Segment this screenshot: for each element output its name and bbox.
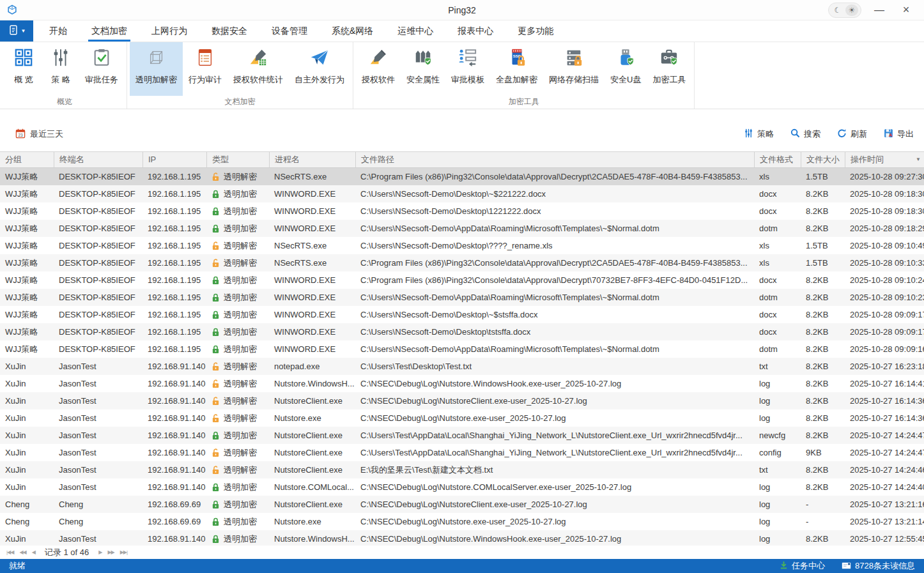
- export-button[interactable]: A导出: [884, 128, 914, 140]
- column-header-terminal[interactable]: 终端名: [54, 152, 142, 167]
- page-first-button[interactable]: |◀◀: [6, 549, 13, 555]
- menu-tab-doc-encryption[interactable]: 文档加密: [79, 20, 139, 42]
- lock-closed-icon: [212, 293, 220, 302]
- table-row[interactable]: WJJ策略DESKTOP-K85IEOF192.168.1.195透明加密WIN…: [0, 289, 924, 306]
- light-mode-icon[interactable]: ☀: [845, 4, 858, 16]
- table-row[interactable]: XuJinJasonTest192.168.91.140透明加密Nutstore…: [0, 478, 924, 496]
- table-row[interactable]: XuJinJasonTest192.168.91.140透明加密Nutstore…: [0, 427, 924, 444]
- column-header-type[interactable]: 类型: [206, 152, 269, 167]
- cell-process: Nutstore.WindowsH...: [269, 375, 355, 392]
- sort-desc-icon[interactable]: ▼: [916, 152, 921, 167]
- table-row[interactable]: WJJ策略DESKTOP-K85IEOF192.168.1.195透明解密NSe…: [0, 168, 924, 185]
- cell-size: 8.2KB: [801, 530, 845, 546]
- cell-time: 2025-10-28 09:09:17: [845, 323, 924, 340]
- ribbon-group-label: 文档加密: [127, 96, 353, 109]
- ribbon-button-label: 透明加解密: [135, 74, 177, 86]
- table-row[interactable]: ChengCheng192.168.69.69透明加密NutstoreClien…: [0, 496, 924, 513]
- table-row[interactable]: WJJ策略DESKTOP-K85IEOF192.168.1.195透明加密WIN…: [0, 340, 924, 358]
- menu-tab-device-management[interactable]: 设备管理: [259, 20, 320, 42]
- unread-messages-button[interactable]: 8728条未读信息: [842, 560, 915, 572]
- page-last-button[interactable]: ▶▶|: [120, 549, 127, 555]
- ribbon-button-authorized-software-stats[interactable]: 授权软件统计: [227, 42, 289, 96]
- ribbon-button-approval-template[interactable]: 审批模板: [445, 42, 490, 96]
- ribbon-button-security-attributes[interactable]: 安全属性: [401, 42, 445, 96]
- page-fast-prev-button[interactable]: ◀◀: [19, 549, 26, 555]
- table-row[interactable]: WJJ策略DESKTOP-K85IEOF192.168.1.195透明加密WIN…: [0, 323, 924, 340]
- table-row[interactable]: WJJ策略DESKTOP-K85IEOF192.168.1.195透明解密NSe…: [0, 237, 924, 254]
- table-row[interactable]: WJJ策略DESKTOP-K85IEOF192.168.1.195透明加密WIN…: [0, 271, 924, 289]
- column-header-ip[interactable]: IP: [142, 152, 206, 167]
- cell-time: 2025-10-28 09:27:30: [845, 168, 924, 185]
- cell-group: XuJin: [0, 427, 54, 444]
- table-row[interactable]: WJJ策略DESKTOP-K85IEOF192.168.1.195透明解密NSe…: [0, 254, 924, 271]
- table-row[interactable]: XuJinJasonTest192.168.91.140透明加密Nutstore…: [0, 530, 924, 546]
- column-header-path[interactable]: 文件路径: [355, 152, 754, 167]
- date-range-filter[interactable]: 23 最近三天: [15, 128, 63, 141]
- ribbon-button-transparent-encryption[interactable]: 透明加解密: [130, 42, 183, 96]
- ribbon-button-policy[interactable]: 策 略: [42, 42, 79, 96]
- cell-terminal: JasonTest: [54, 358, 142, 375]
- menu-tab-data-security[interactable]: 数据安全: [199, 20, 259, 42]
- lock-open-icon: [212, 172, 220, 181]
- cell-time: 2025-10-28 09:10:23: [845, 289, 924, 306]
- table-row[interactable]: XuJinJasonTest192.168.91.140透明解密Nutstore…: [0, 461, 924, 478]
- theme-toggle[interactable]: ☾ ☀: [828, 3, 861, 18]
- ribbon-button-encryption-tools[interactable]: 加密工具: [647, 42, 691, 96]
- cell-ip: 192.168.91.140: [142, 392, 206, 409]
- table-row[interactable]: WJJ策略DESKTOP-K85IEOF192.168.1.195透明加密WIN…: [0, 306, 924, 323]
- lock-closed-icon: [212, 483, 220, 492]
- dark-mode-icon[interactable]: ☾: [831, 4, 844, 16]
- ribbon-button-behavior-audit[interactable]: 行为审计: [183, 42, 227, 96]
- cell-size: 9KB: [801, 444, 845, 461]
- paper-plane-icon: [310, 48, 329, 70]
- ribbon-button-label: 审批模板: [451, 74, 484, 86]
- column-header-time[interactable]: 操作时间▼: [845, 152, 924, 167]
- column-header-process[interactable]: 进程名: [269, 152, 355, 167]
- minimize-button[interactable]: —: [870, 3, 888, 18]
- menu-tab-ops-center[interactable]: 运维中心: [385, 20, 445, 42]
- usb-shield-icon: [616, 48, 635, 70]
- column-header-size[interactable]: 文件大小: [801, 152, 845, 167]
- page-prev-button[interactable]: ◀: [32, 549, 35, 555]
- table-row[interactable]: ChengCheng192.168.69.69透明加密Nutstore.exeC…: [0, 513, 924, 530]
- table-row[interactable]: XuJinJasonTest192.168.91.140透明解密Nutstore…: [0, 392, 924, 409]
- table-row[interactable]: WJJ策略DESKTOP-K85IEOF192.168.1.195透明加密WIN…: [0, 202, 924, 220]
- table-row[interactable]: XuJinJasonTest192.168.91.140透明解密Nutstore…: [0, 375, 924, 392]
- app-menu-button[interactable]: ▼: [0, 20, 33, 42]
- ribbon-button-network-storage-scan[interactable]: 网络存储扫描: [543, 42, 604, 96]
- type-label: 透明解密: [224, 375, 257, 392]
- ribbon-button-self-outgoing[interactable]: 自主外发行为: [289, 42, 350, 96]
- type-label: 透明加密: [224, 496, 257, 513]
- table-row[interactable]: XuJinJasonTest192.168.91.140透明解密Nutstore…: [0, 409, 924, 427]
- table-row[interactable]: WJJ策略DESKTOP-K85IEOF192.168.1.195透明加密WIN…: [0, 185, 924, 202]
- cell-group: WJJ策略: [0, 289, 54, 306]
- refresh-button[interactable]: 刷新: [837, 128, 867, 140]
- ribbon-button-overview[interactable]: 概 览: [5, 42, 42, 96]
- ribbon-button-authorized-software[interactable]: 授权软件: [356, 42, 401, 96]
- column-header-format[interactable]: 文件格式: [754, 152, 801, 167]
- task-center-button[interactable]: 任务中心: [780, 560, 825, 572]
- cell-process: NutstoreClient.exe: [269, 427, 355, 444]
- close-button[interactable]: ×: [897, 3, 915, 18]
- cell-process: NSecRTS.exe: [269, 168, 355, 185]
- page-next-button[interactable]: ▶: [98, 549, 102, 555]
- menu-tab-report-center[interactable]: 报表中心: [445, 20, 505, 42]
- page-fast-next-button[interactable]: ▶▶: [107, 549, 114, 555]
- table-row[interactable]: XuJinJasonTest192.168.91.140透明解密notepad.…: [0, 358, 924, 375]
- column-header-group[interactable]: 分组: [0, 152, 54, 167]
- menu-tab-more-features[interactable]: 更多功能: [505, 20, 566, 42]
- menu-tab-system-network[interactable]: 系统&网络: [320, 20, 385, 42]
- ribbon-button-approval-tasks[interactable]: 审批任务: [79, 42, 124, 96]
- cell-type: 透明解密: [206, 358, 269, 375]
- ribbon-button-full-disk-encryption[interactable]: SSD全盘加解密: [490, 42, 543, 96]
- table-row[interactable]: XuJinJasonTest192.168.91.140透明解密Nutstore…: [0, 444, 924, 461]
- table-row[interactable]: WJJ策略DESKTOP-K85IEOF192.168.1.195透明加密WIN…: [0, 220, 924, 237]
- search-button[interactable]: 搜索: [790, 128, 820, 140]
- cell-group: WJJ策略: [0, 271, 54, 289]
- cell-group: WJJ策略: [0, 237, 54, 254]
- ribbon-button-secure-usb[interactable]: 安全U盘: [604, 42, 647, 96]
- lock-closed-icon: [212, 276, 220, 285]
- menu-tab-web-behavior[interactable]: 上网行为: [139, 20, 199, 42]
- policy-button[interactable]: 策略: [744, 128, 774, 140]
- menu-tab-home[interactable]: 开始: [37, 20, 79, 42]
